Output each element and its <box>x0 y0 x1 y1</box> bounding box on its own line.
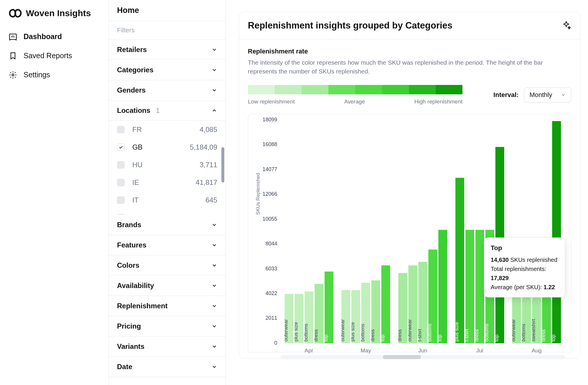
filter-replenishment-label: Replenishment <box>117 302 168 310</box>
ramp-swatch <box>275 85 301 94</box>
ramp-swatch <box>328 85 355 94</box>
bar-plus-size[interactable]: plus size <box>455 178 464 343</box>
location-item-ie[interactable]: IE 41,817 <box>109 174 225 191</box>
filter-colors-label: Colors <box>117 261 139 270</box>
ramp-swatch <box>409 85 436 94</box>
filter-pricing[interactable]: Pricing <box>109 316 225 337</box>
filter-retailers[interactable]: Retailers <box>109 40 225 60</box>
nav-dashboard-label: Dashboard <box>24 32 62 41</box>
brand-name: Woven Insights <box>26 8 91 18</box>
month-label: Jun <box>394 347 451 354</box>
bar-top[interactable]: top <box>438 230 447 343</box>
card-header: Replenishment insights grouped by Catego… <box>239 12 580 39</box>
nav-settings[interactable]: Settings <box>0 65 108 84</box>
bar-bottoms[interactable]: bottoms <box>361 283 370 343</box>
location-item-it[interactable]: IT 645 <box>109 191 225 209</box>
bar-bottoms[interactable]: bottoms <box>305 292 313 343</box>
filter-replenishment[interactable]: Replenishment <box>109 296 225 316</box>
filter-variants[interactable]: Variants <box>109 337 225 357</box>
location-checkbox[interactable] <box>117 126 125 133</box>
horizontal-scrollbar[interactable] <box>280 355 565 359</box>
card-body: Replenishment rate The intensity of the … <box>239 39 580 358</box>
filter-genders[interactable]: Genders <box>109 80 225 101</box>
insights-card: Replenishment insights grouped by Catego… <box>239 12 580 359</box>
y-tick: 10055 <box>255 216 277 222</box>
location-checkbox[interactable] <box>117 196 125 204</box>
scrollbar-thumb[interactable] <box>221 147 224 183</box>
bar-top[interactable]: top <box>552 121 561 343</box>
chevron-down-icon <box>211 242 217 248</box>
filter-brands[interactable]: Brands <box>109 215 225 235</box>
bar-plus-size[interactable]: plus size <box>351 290 360 343</box>
location-code: IT <box>132 196 150 204</box>
filter-availability-label: Availability <box>117 282 154 290</box>
filter-availability[interactable]: Availability <box>109 276 225 296</box>
filter-features[interactable]: Features <box>109 235 225 255</box>
location-code: IE <box>132 178 150 187</box>
location-item-no[interactable]: NO 100,948 <box>109 209 225 215</box>
bar-outerwear[interactable]: outerwear <box>408 265 417 343</box>
ramp-swatch <box>355 85 382 94</box>
filter-categories-label: Categories <box>117 66 153 74</box>
bar-dress[interactable]: dress <box>398 273 407 343</box>
location-count: 41,817 <box>196 178 217 187</box>
month-label: Jul <box>451 347 508 354</box>
filter-categories[interactable]: Categories <box>109 60 225 80</box>
filter-genders-label: Genders <box>117 86 146 94</box>
interval-value: Monthly <box>529 91 552 99</box>
tooltip-total-label: Total replenishments: <box>491 266 546 272</box>
card-title: Replenishment insights grouped by Catego… <box>248 20 452 31</box>
location-checkbox[interactable] <box>117 179 125 186</box>
sparkle-icon[interactable] <box>561 21 571 31</box>
month-label: May <box>338 347 395 354</box>
month-group-apr: outerwearplus sizebottomsdresstopApr <box>280 120 338 343</box>
nav-dashboard[interactable]: Dashboard <box>0 27 108 46</box>
page-title: Home <box>109 0 225 21</box>
bar-top[interactable]: top <box>381 265 390 343</box>
bar-outerwear[interactable]: outerwear <box>341 290 350 343</box>
chart-months: outerwearplus sizebottomsdresstopAproute… <box>280 120 565 343</box>
tooltip-skus-label: SKUs replenished <box>509 257 557 263</box>
location-code: NO <box>132 214 150 215</box>
location-count: 645 <box>206 196 217 204</box>
bar-label: outerwear <box>283 319 289 343</box>
month-label: Aug <box>508 347 565 354</box>
filter-brands-label: Brands <box>117 221 141 229</box>
location-item-hu[interactable]: HU 3,711 <box>109 156 225 174</box>
ramp-swatch <box>436 85 462 94</box>
bar-dress[interactable]: dress <box>371 280 380 343</box>
section-description: The intensity of the color represents ho… <box>248 58 559 76</box>
bar-label: t-shirt <box>464 329 470 343</box>
bar-label: sweatshirt <box>531 319 537 343</box>
brand-logo-icon <box>9 9 22 18</box>
location-item-fr[interactable]: FR 4,085 <box>109 121 225 138</box>
filter-pricing-label: Pricing <box>117 322 141 330</box>
bar-plus-size[interactable]: plus size <box>295 294 303 343</box>
location-checkbox[interactable] <box>117 161 125 169</box>
interval-select[interactable]: Monthly <box>524 87 571 103</box>
tooltip-total-value: 17,829 <box>491 275 509 281</box>
bar-label: dress <box>370 329 376 343</box>
location-item-gb[interactable]: GB 5,184,09 <box>109 138 225 156</box>
filter-date[interactable]: Date <box>109 357 225 377</box>
bar-dress[interactable]: dress <box>475 230 484 343</box>
bar-bottoms[interactable]: bottoms <box>428 250 437 343</box>
nav-saved-reports-label: Saved Reports <box>24 51 72 60</box>
y-tick: 16088 <box>255 141 277 148</box>
brand: Woven Insights <box>0 5 108 27</box>
bar-t-shirt[interactable]: t-shirt <box>418 262 427 343</box>
y-tick: 4022 <box>255 290 277 297</box>
filter-locations[interactable]: Locations 1 <box>109 101 225 121</box>
location-checkbox[interactable] <box>117 214 125 215</box>
bar-top[interactable]: top <box>325 272 333 343</box>
location-checkbox[interactable] <box>117 143 125 151</box>
scrollbar-thumb[interactable] <box>383 355 421 359</box>
bar-t-shirt[interactable]: t-shirt <box>465 230 474 343</box>
bar-dress[interactable]: dress <box>315 284 323 343</box>
bar-label: outerwear <box>511 319 517 343</box>
filters-heading: Filters <box>109 21 225 40</box>
bar-label: top <box>380 334 386 343</box>
nav-saved-reports[interactable]: Saved Reports <box>0 46 108 65</box>
filter-colors[interactable]: Colors <box>109 255 225 276</box>
bar-outerwear[interactable]: outerwear <box>285 294 293 343</box>
